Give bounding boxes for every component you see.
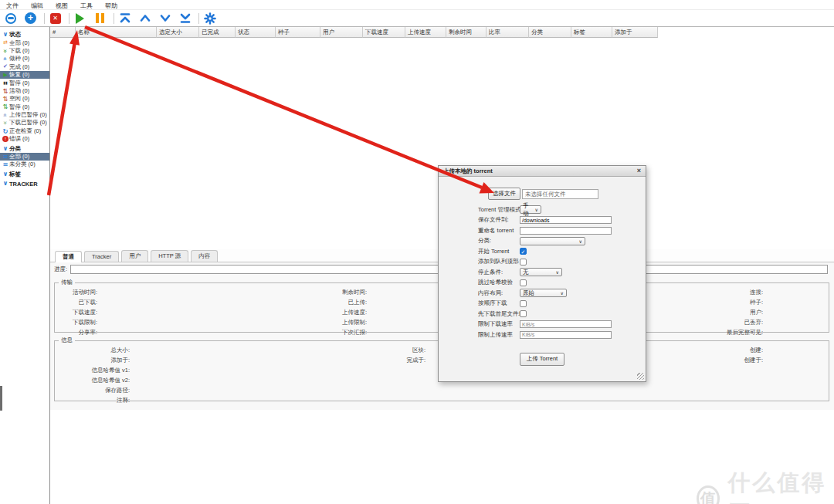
ul-limit-input[interactable]	[520, 331, 612, 339]
double-up-icon: »	[2, 113, 9, 117]
play-icon	[76, 13, 84, 24]
sidebar-item-stalled-uploading[interactable]: »上传已暂停 (0)	[0, 111, 49, 119]
dialog-title-bar[interactable]: 上传本地的 torrent ×	[439, 166, 646, 177]
sidebar-item-completed[interactable]: ✔完成 (0)	[0, 63, 49, 71]
menu-tools[interactable]: 工具	[80, 2, 93, 10]
toolbar-separator	[198, 13, 199, 24]
pause-button[interactable]	[93, 12, 107, 25]
column-selected-size[interactable]: 选定大小	[157, 27, 199, 38]
column-seeds[interactable]: 种子	[276, 27, 320, 38]
sidebar-item-seeding[interactable]: »做种 (0)	[0, 55, 49, 63]
first-last-checkbox[interactable]	[520, 310, 527, 317]
column-status[interactable]: 状态	[236, 27, 276, 38]
dl-limit-input[interactable]	[520, 320, 612, 328]
save-path-input[interactable]	[520, 216, 612, 224]
tab-http-sources[interactable]: HTTP 源	[151, 250, 188, 262]
sidebar-item-inactive[interactable]: ⇅空闲 (0)	[0, 95, 49, 103]
sequential-label: 按顺序下载	[478, 299, 520, 307]
first-last-label: 先下载首尾文件块	[478, 310, 520, 318]
sidebar-section-tags[interactable]: ∨标签	[0, 171, 49, 178]
sidebar-item-all[interactable]: ⇄全部 (0)	[0, 39, 49, 46]
sidebar-section-status[interactable]: ∨状态	[0, 31, 49, 39]
file-input-row: 选择文件 未选择任何文件	[488, 188, 646, 199]
sidebar-item-downloading[interactable]: »下载 (0)	[0, 47, 49, 55]
column-added-on[interactable]: 添加于	[612, 27, 658, 38]
up-down-icon: ⇅	[2, 96, 9, 103]
column-number[interactable]: #	[50, 27, 76, 38]
column-down-speed[interactable]: 下载速度	[363, 27, 405, 38]
delete-torrent-button[interactable]: ✕	[49, 12, 62, 25]
start-torrent-checkbox[interactable]	[520, 248, 527, 255]
sidebar-item-checking[interactable]: ↻正在检查 (0)	[0, 127, 49, 135]
rename-input[interactable]	[520, 227, 612, 235]
sidebar-item-errored[interactable]: !错误 (0)	[0, 135, 49, 143]
information-legend: 信息	[59, 337, 75, 344]
sidebar-item-paused[interactable]: ▮▮暂停 (0)	[0, 79, 49, 86]
sequential-checkbox[interactable]	[520, 300, 527, 307]
stop-condition-select[interactable]: 无∨	[520, 268, 562, 276]
column-tags[interactable]: 标签	[571, 27, 612, 38]
save-path-row: 保存文件到:	[439, 215, 646, 226]
top-queue-checkbox[interactable]	[520, 259, 527, 266]
menu-edit[interactable]: 编辑	[31, 2, 43, 10]
first-last-row: 先下载首尾文件块	[439, 309, 646, 320]
skip-hash-checkbox[interactable]	[520, 279, 527, 286]
column-category[interactable]: 分类	[529, 27, 571, 38]
menu-bar: 文件 编辑 视图 工具 帮助	[0, 0, 834, 10]
stop-condition-label: 停止条件:	[478, 269, 520, 276]
move-down-button[interactable]	[158, 12, 171, 25]
menu-file[interactable]: 文件	[6, 2, 19, 10]
sidebar-category-all[interactable]: ≡全部 (0)	[0, 153, 49, 161]
close-icon[interactable]: ×	[637, 167, 641, 174]
choose-file-button[interactable]: 选择文件	[488, 188, 520, 200]
sidebar-item-resumed[interactable]: ▶恢复 (0)	[0, 71, 49, 79]
smzdm-watermark-text: 什么值得买	[727, 468, 834, 504]
add-torrent-file-button[interactable]: +	[24, 12, 37, 25]
sidebar-category-uncategorized[interactable]: ≡未分类 (0)	[0, 161, 49, 168]
upload-torrent-button[interactable]: 上传 Torrent	[520, 353, 564, 366]
management-mode-select[interactable]: 手动∨	[520, 205, 541, 214]
label-total-size: 总大小:	[56, 345, 130, 355]
resume-button[interactable]	[73, 12, 86, 25]
dl-limit-row: 限制下载速率	[439, 320, 646, 330]
scrollbar-thumb[interactable]	[0, 386, 2, 411]
category-row: 分类: ∨	[439, 236, 646, 247]
smzdm-logo-icon: 值	[697, 485, 720, 504]
move-bottom-button[interactable]	[178, 12, 192, 25]
chevron-down-icon: ∨	[2, 171, 9, 178]
sidebar-section-categories[interactable]: ∨分类	[0, 144, 49, 152]
column-name[interactable]: 名称	[76, 27, 157, 38]
sidebar-item-stalled-downloading[interactable]: »下载已暂停 (0)	[0, 119, 49, 127]
options-button[interactable]	[203, 12, 216, 25]
column-peers[interactable]: 用户	[320, 27, 363, 38]
move-top-button[interactable]	[118, 12, 131, 25]
move-up-icon	[139, 12, 151, 24]
sidebar-item-active[interactable]: ⇅活动 (0)	[0, 87, 49, 95]
chevron-down-icon: ∨	[2, 32, 9, 38]
column-eta[interactable]: 剩余时间	[446, 27, 486, 38]
qbittorrent-webui-window: 文件 编辑 视图 工具 帮助 + ✕	[0, 0, 834, 504]
dialog-body: 选择文件 未选择任何文件 Torrent 管理模式: 手动∨ 保存文件到: 重命…	[439, 188, 646, 366]
column-done[interactable]: 已完成	[199, 27, 236, 38]
toolbar: + ✕	[0, 10, 834, 26]
move-up-button[interactable]	[138, 12, 151, 25]
add-torrent-link-button[interactable]	[4, 12, 17, 25]
tab-content[interactable]: 内容	[191, 250, 218, 262]
label-added-on: 添加于:	[56, 355, 130, 365]
column-up-speed[interactable]: 上传速度	[405, 27, 446, 38]
menu-help[interactable]: 帮助	[105, 2, 117, 10]
tab-general[interactable]: 普通	[55, 251, 82, 262]
resize-handle[interactable]	[637, 373, 644, 380]
rename-label: 重命名 torrent	[478, 227, 520, 235]
content-layout-select[interactable]: 原始∨	[520, 289, 567, 297]
tab-trackers[interactable]: Tracker	[84, 251, 119, 262]
sidebar-item-stalled[interactable]: ⇅暂停 (0)	[0, 103, 49, 111]
menu-view[interactable]: 视图	[56, 2, 68, 10]
column-ratio[interactable]: 比率	[486, 27, 529, 38]
sidebar-section-trackers[interactable]: ∨TRACKER	[0, 180, 49, 188]
category-select[interactable]: ∨	[520, 237, 585, 245]
sequential-row: 按顺序下载	[439, 299, 646, 310]
plus-circle-icon: +	[25, 12, 36, 24]
trash-x-icon: ✕	[50, 13, 61, 24]
tab-peers[interactable]: 用户	[121, 250, 148, 262]
